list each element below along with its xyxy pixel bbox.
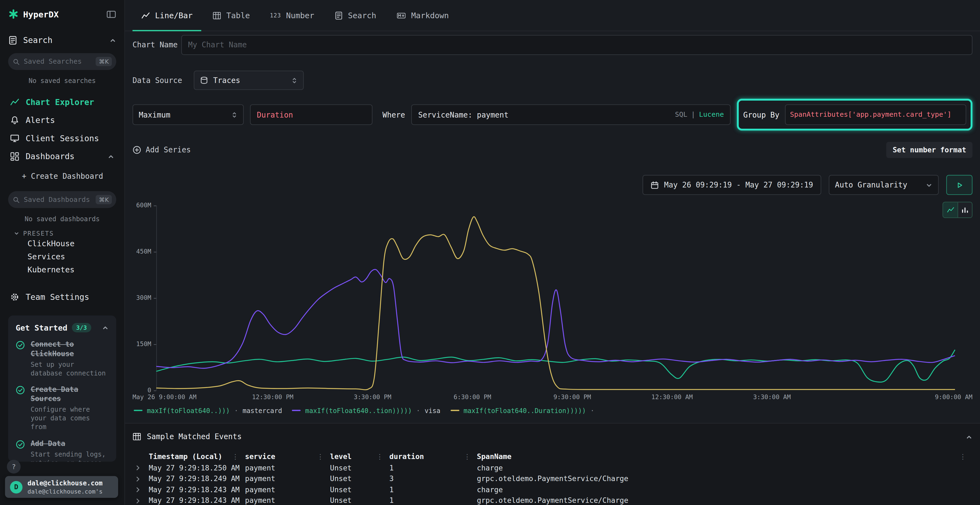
hyperdx-logo-icon <box>8 9 19 19</box>
column-menu-icon[interactable]: ⋮ <box>376 453 383 461</box>
legend-item[interactable]: maxIf(toFloat640..)))·mastercard <box>134 407 282 414</box>
saved-searches-input[interactable]: Saved Searches ⌘K <box>8 53 116 70</box>
sidebar-item-alerts[interactable]: Alerts <box>8 111 116 130</box>
chart-series-line[interactable] <box>156 217 955 390</box>
create-dashboard-button[interactable]: + Create Dashboard <box>8 169 116 183</box>
column-header-duration[interactable]: duration ⋮ <box>389 452 477 461</box>
data-source-select[interactable]: Traces <box>194 70 304 90</box>
legend-series-name: maxIf(toFloat640..tion))))) <box>305 407 412 414</box>
legend-item[interactable]: maxIf(toFloat640..tion)))))·visa <box>292 407 441 414</box>
cell-level: Unset <box>330 474 389 483</box>
chart-series-line[interactable] <box>156 269 955 368</box>
sidebar-item-chart-explorer[interactable]: Chart Explorer <box>8 93 116 111</box>
query-language-divider: | <box>691 110 695 119</box>
column-menu-icon[interactable]: ⋮ <box>317 453 324 461</box>
column-header-timestamp[interactable]: Timestamp (Local) ⋮ <box>149 452 245 461</box>
run-query-button[interactable] <box>946 175 972 195</box>
date-range-picker[interactable]: May 26 09:29:19 - May 27 09:29:19 <box>642 175 821 195</box>
table-row[interactable]: May 27 9:29:18.249 AM payment Unset 3 gr… <box>132 473 973 484</box>
granularity-select[interactable]: Auto Granularity <box>829 175 939 195</box>
preset-item-clickhouse[interactable]: ClickHouse <box>8 237 116 250</box>
sql-toggle[interactable]: SQL <box>675 110 687 119</box>
chevron-up-icon[interactable] <box>110 37 116 43</box>
x-axis-tick-label: May 26 9:00:00 AM <box>132 394 197 400</box>
monitor-icon <box>10 133 19 143</box>
sidebar-collapse-button[interactable] <box>106 9 116 19</box>
data-source-value: Traces <box>213 76 240 85</box>
chevron-up-icon[interactable] <box>102 324 109 331</box>
column-header-service[interactable]: service ⋮ <box>245 452 330 461</box>
user-menu[interactable]: D dale@clickhouse.com dale@clickhouse.co… <box>5 476 118 498</box>
sidebar-item-client-sessions[interactable]: Client Sessions <box>8 129 116 148</box>
tab-markdown[interactable]: Markdown <box>387 0 458 30</box>
x-axis-tick-label: 3:30:00 AM <box>753 394 791 400</box>
table-row[interactable]: May 27 9:29:18.250 AM payment Unset 1 ch… <box>132 462 973 473</box>
presets-label: PRESETS <box>23 230 54 237</box>
chevron-up-icon[interactable] <box>108 153 115 160</box>
column-header-level[interactable]: level ⋮ <box>330 452 389 461</box>
tab-number[interactable]: 123 Number <box>261 0 323 30</box>
lucene-toggle[interactable]: Lucene <box>699 110 724 119</box>
y-axis-tick-mark <box>154 298 156 299</box>
y-axis-tick-mark <box>154 205 156 206</box>
field-input[interactable] <box>250 104 372 125</box>
line-chart-icon <box>141 11 150 20</box>
x-axis-tick-label: 12:30:00 PM <box>252 394 293 400</box>
row-expander-icon[interactable] <box>132 465 149 471</box>
play-icon <box>955 180 964 189</box>
check-circle-icon <box>16 340 25 349</box>
line-chart-toggle[interactable] <box>943 202 958 218</box>
help-button[interactable]: ? <box>7 460 21 474</box>
table-row[interactable]: May 27 9:29:18.243 AM payment Unset 1 ch… <box>132 484 973 495</box>
tab-label: Markdown <box>411 11 449 20</box>
select-updown-icon <box>291 76 298 84</box>
tab-table[interactable]: Table <box>204 0 259 30</box>
x-axis-tick-label: 3:30:00 PM <box>354 394 391 400</box>
date-range-value: May 26 09:29:19 - May 27 09:29:19 <box>664 181 813 189</box>
table-row[interactable]: May 27 9:29:18.243 AM payment Unset 1 gr… <box>132 495 973 505</box>
checklist-item-add-data[interactable]: Add Data Start sending logs, metrics, or… <box>16 439 109 462</box>
set-number-format-button[interactable]: Set number format <box>886 142 972 158</box>
aggregation-select[interactable]: Maximum <box>132 104 244 125</box>
bar-chart-toggle[interactable] <box>958 202 972 218</box>
cell-spanname: grpc.oteldemo.PaymentService/Charge <box>477 474 973 483</box>
get-started-card: Get Started 3/3 Connect to ClickHouse Se… <box>8 315 116 462</box>
checklist-item-data-sources[interactable]: Create Data Sources Configure where your… <box>16 385 109 432</box>
where-input[interactable]: ServiceName: payment SQL | Lucene <box>411 104 731 125</box>
column-menu-icon[interactable]: ⋮ <box>959 453 966 461</box>
preset-item-kubernetes[interactable]: Kubernetes <box>8 263 116 276</box>
search-section-label: Search <box>23 36 52 45</box>
row-expander-icon[interactable] <box>132 498 149 503</box>
checklist-item-connect[interactable]: Connect to ClickHouse Set up your databa… <box>16 340 109 377</box>
column-menu-icon[interactable]: ⋮ <box>232 453 239 461</box>
chart-plot[interactable] <box>156 205 955 391</box>
collapse-panel-chevron-up-icon[interactable] <box>966 433 972 440</box>
column-menu-icon[interactable]: ⋮ <box>464 453 471 461</box>
group-by-input[interactable] <box>785 104 966 125</box>
row-expander-icon[interactable] <box>132 476 149 481</box>
chart-name-input[interactable] <box>181 35 973 55</box>
saved-dashboards-input[interactable]: Saved Dashboards ⌘K <box>8 191 116 208</box>
get-started-header[interactable]: Get Started 3/3 <box>16 323 109 332</box>
chevron-down-icon <box>14 230 20 236</box>
preset-item-services[interactable]: Services <box>8 250 116 263</box>
cell-spanname: charge <box>477 485 973 494</box>
row-expander-icon[interactable] <box>132 487 149 492</box>
sidebar-item-team-settings[interactable]: Team Settings <box>8 292 116 302</box>
cell-timestamp: May 27 9:29:18.250 AM <box>149 464 245 472</box>
tab-search[interactable]: Search <box>326 0 385 30</box>
chart-series-line[interactable] <box>156 349 955 382</box>
tab-line-bar[interactable]: Line/Bar <box>132 0 202 30</box>
aggregation-value: Maximum <box>139 110 170 119</box>
legend-item[interactable]: maxIf(toFloat640..Duration)))))· <box>450 407 599 414</box>
column-header-spanname[interactable]: SpanName ⋮ <box>477 452 973 461</box>
sidebar-section-search[interactable]: Search <box>8 36 116 45</box>
panel-collapse-icon <box>106 9 116 19</box>
sidebar-item-dashboards[interactable]: Dashboards <box>8 148 116 166</box>
add-series-button[interactable]: Add Series <box>132 146 191 154</box>
client-sessions-label: Client Sessions <box>25 133 99 143</box>
where-value: ServiceName: payment <box>418 110 670 119</box>
cell-timestamp: May 27 9:29:18.243 AM <box>149 485 245 494</box>
presets-toggle[interactable]: PRESETS <box>8 230 116 237</box>
chart-name-label: Chart Name <box>132 41 181 49</box>
